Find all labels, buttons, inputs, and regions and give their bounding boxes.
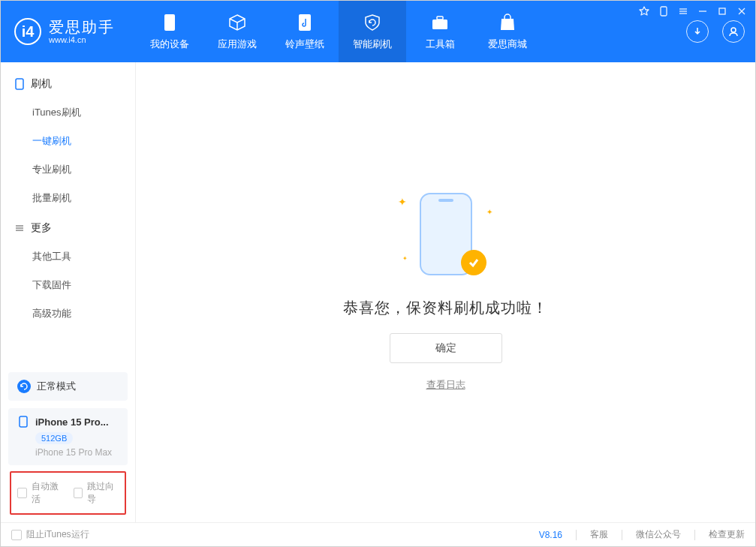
footer: 阻止iTunes运行 V8.16 客服 微信公众号 检查更新 xyxy=(1,522,755,546)
success-title: 恭喜您，保资料刷机成功啦！ xyxy=(343,298,548,318)
svg-rect-5 xyxy=(719,8,725,14)
nav-label: 铃声壁纸 xyxy=(285,38,324,51)
success-illustration: ✦ ✦ ✦ xyxy=(401,193,491,283)
bag-icon xyxy=(497,12,518,33)
window-controls xyxy=(638,5,748,17)
brand: i4 爱思助手 www.i4.cn xyxy=(1,18,136,45)
auto-activate-option[interactable]: 自动激活 xyxy=(17,480,63,506)
mode-card[interactable]: 正常模式 xyxy=(8,372,128,401)
checkbox-icon[interactable] xyxy=(74,488,83,498)
theme-icon[interactable] xyxy=(638,5,650,17)
cube-icon xyxy=(227,12,248,33)
version-label: V8.16 xyxy=(539,530,562,540)
phone-icon xyxy=(14,78,25,90)
check-badge-icon xyxy=(461,250,486,275)
sidebar-item-advanced[interactable]: 高级功能 xyxy=(1,299,135,328)
option-label: 自动激活 xyxy=(32,480,63,506)
svg-point-12 xyxy=(731,28,736,32)
sidebar-group-flash[interactable]: 刷机 xyxy=(1,68,135,98)
nav-label: 我的设备 xyxy=(150,38,189,51)
sidebar-group-more[interactable]: 更多 xyxy=(1,212,135,242)
sidebar-item-pro-flash[interactable]: 专业刷机 xyxy=(1,155,135,184)
group-label: 更多 xyxy=(31,221,52,235)
music-file-icon xyxy=(294,12,315,33)
refresh-icon xyxy=(17,380,31,393)
svg-rect-10 xyxy=(432,20,447,29)
more-icon xyxy=(14,223,25,233)
group-label: 刷机 xyxy=(31,77,52,91)
minimize-icon[interactable] xyxy=(697,5,709,17)
checkbox-icon[interactable] xyxy=(11,530,22,540)
brand-logo-icon: i4 xyxy=(14,18,41,45)
nav-ringtone[interactable]: 铃声壁纸 xyxy=(271,1,339,62)
svg-rect-17 xyxy=(20,416,27,427)
nav-label: 智能刷机 xyxy=(353,38,392,51)
wechat-link[interactable]: 微信公众号 xyxy=(636,528,681,541)
brand-subtitle: www.i4.cn xyxy=(49,35,115,44)
sparkle-icon: ✦ xyxy=(486,208,492,216)
mode-label: 正常模式 xyxy=(37,380,76,393)
close-icon[interactable] xyxy=(736,5,748,17)
device-card[interactable]: iPhone 15 Pro... 512GB iPhone 15 Pro Max xyxy=(8,408,128,465)
main-content: ✦ ✦ ✦ 恭喜您，保资料刷机成功啦！ 确定 查看日志 xyxy=(136,62,755,522)
brand-title: 爱思助手 xyxy=(49,19,115,35)
nav-toolbox[interactable]: 工具箱 xyxy=(406,1,474,62)
confirm-button[interactable]: 确定 xyxy=(390,333,502,363)
device-model: iPhone 15 Pro Max xyxy=(35,447,119,458)
sparkle-icon: ✦ xyxy=(402,255,408,262)
sidebar-item-other-tools[interactable]: 其他工具 xyxy=(1,242,135,271)
sparkle-icon: ✦ xyxy=(398,196,407,208)
svg-rect-11 xyxy=(437,17,443,20)
svg-rect-8 xyxy=(164,14,175,31)
nav-label: 工具箱 xyxy=(426,38,455,51)
download-icon[interactable] xyxy=(686,20,709,43)
user-icon[interactable] xyxy=(722,20,745,43)
device-name: iPhone 15 Pro... xyxy=(35,416,109,428)
toolbox-icon xyxy=(429,12,450,33)
app-header: i4 爱思助手 www.i4.cn 我的设备 应用游戏 铃声壁纸 智能刷机 工具… xyxy=(1,1,755,62)
nav-label: 爱思商城 xyxy=(488,38,527,51)
separator xyxy=(694,530,695,540)
separator xyxy=(622,530,622,540)
device-icon xyxy=(159,12,180,33)
sidebar-item-download-firmware[interactable]: 下载固件 xyxy=(1,271,135,299)
check-update-link[interactable]: 检查更新 xyxy=(709,528,745,541)
view-log-link[interactable]: 查看日志 xyxy=(426,378,465,392)
header-right xyxy=(686,20,745,43)
nav-my-device[interactable]: 我的设备 xyxy=(136,1,203,62)
sidebar-item-oneclick-flash[interactable]: 一键刷机 xyxy=(1,127,135,155)
svg-rect-9 xyxy=(299,14,311,31)
maximize-icon[interactable] xyxy=(716,5,728,17)
sidebar-item-batch-flash[interactable]: 批量刷机 xyxy=(1,184,135,212)
nav-store[interactable]: 爱思商城 xyxy=(474,1,541,62)
top-nav: 我的设备 应用游戏 铃声壁纸 智能刷机 工具箱 爱思商城 xyxy=(136,1,541,62)
support-link[interactable]: 客服 xyxy=(590,528,608,541)
nav-apps[interactable]: 应用游戏 xyxy=(203,1,271,62)
sidebar-item-itunes-flash[interactable]: iTunes刷机 xyxy=(1,98,135,127)
nav-label: 应用游戏 xyxy=(218,38,257,51)
highlighted-options: 自动激活 跳过向导 xyxy=(10,471,126,515)
checkbox-icon[interactable] xyxy=(17,488,27,498)
phone-icon[interactable] xyxy=(658,5,670,17)
nav-flash[interactable]: 智能刷机 xyxy=(339,1,406,62)
svg-rect-0 xyxy=(661,7,667,16)
menu-icon[interactable] xyxy=(677,5,689,17)
skip-wizard-option[interactable]: 跳过向导 xyxy=(74,480,119,506)
svg-rect-13 xyxy=(16,79,23,89)
storage-badge: 512GB xyxy=(35,432,73,444)
option-label: 阻止iTunes运行 xyxy=(26,528,89,541)
block-itunes-option[interactable]: 阻止iTunes运行 xyxy=(11,528,89,541)
phone-icon xyxy=(17,416,29,428)
separator xyxy=(576,530,577,540)
sidebar: 刷机 iTunes刷机 一键刷机 专业刷机 批量刷机 更多 其他工具 下载固件 … xyxy=(1,62,136,522)
option-label: 跳过向导 xyxy=(87,480,119,506)
refresh-shield-icon xyxy=(362,12,383,33)
